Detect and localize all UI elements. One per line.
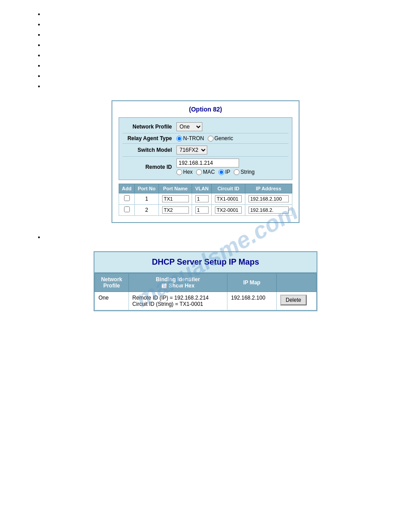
col-add: Add [119,184,135,193]
remote-mac-text: MAC [203,169,215,175]
relay-agent-label: Relay Agent Type [123,135,176,142]
row1-add [119,193,135,205]
bullet-item-3 [45,30,384,40]
relay-ntron-text: N-TRON [183,135,204,142]
remote-hex-text: Hex [183,169,193,175]
dhcp-col-action [277,274,317,292]
option82-title: (Option 82) [119,106,292,113]
network-profile-control: One Two Three [176,122,288,131]
remote-ip-text: IP [225,169,230,175]
switch-model-row: Switch Model 716FX2 508FX 716TX [123,144,288,157]
remote-mac-label[interactable]: MAC [196,169,215,175]
dhcp-col-ip-map: IP Map [227,274,276,292]
row1-vlan [192,193,212,205]
port-table-header-row: Add Port No Port Name VLAN Circuit ID IP… [119,184,292,193]
row2-port-name [158,205,192,216]
network-profile-row: Network Profile One Two Three [123,120,288,133]
option82-form: Network Profile One Two Three Relay Agen… [119,117,292,180]
bullet-item-4 [45,40,384,50]
show-hex-checkbox[interactable] [161,283,167,289]
network-profile-select[interactable]: One Two Three [176,122,202,131]
remote-hex-radio[interactable] [176,169,182,175]
remote-id-type-group: Hex MAC IP [176,169,288,175]
row1-ip-input[interactable] [248,195,289,202]
table-row: 1 [119,193,292,205]
bullet-item-7 [45,71,384,81]
bullet-item-2 [45,19,384,30]
delete-button[interactable]: Delete [280,295,307,305]
remote-id-block: Hex MAC IP [176,159,288,175]
col-circuit-id: Circuit ID [212,184,245,193]
dhcp-title: DHCP Server Setup IP Maps [94,252,317,273]
top-bullet-list [45,9,384,91]
dhcp-row1-action: Delete [277,292,317,310]
show-hex-text: Show Hex [169,283,194,289]
row1-vlan-input[interactable] [195,195,209,202]
relay-generic-label[interactable]: Generic [208,135,233,142]
middle-bullet-list [45,232,384,242]
remote-id-input[interactable] [176,159,239,167]
row2-ip-address [245,205,292,216]
row2-circuit-id-input[interactable] [215,206,242,214]
dhcp-row1-profile: One [95,292,129,310]
relay-agent-control: N-TRON Generic [176,135,288,142]
relay-agent-radio-group: N-TRON Generic [176,135,288,142]
port-table-wrapper: Add Port No Port Name VLAN Circuit ID IP… [119,184,292,216]
dhcp-table-row: One Remote ID (IP) = 192.168.2.214 Circu… [95,292,317,310]
relay-generic-text: Generic [214,135,233,142]
remote-id-label: Remote ID [123,164,176,170]
row2-ip-input[interactable] [248,206,289,214]
switch-model-select[interactable]: 716FX2 508FX 716TX [176,146,207,154]
relay-generic-radio[interactable] [208,136,214,142]
remote-ip-radio[interactable] [218,169,224,175]
switch-model-label: Switch Model [123,147,176,153]
row2-port-no: 2 [135,205,159,216]
row2-checkbox[interactable] [124,206,130,212]
relay-ntron-label[interactable]: N-TRON [176,135,204,142]
bullet-middle-item [45,232,384,242]
relay-agent-row: Relay Agent Type N-TRON Generic [123,133,288,144]
row1-port-name [158,193,192,205]
dhcp-row1-binding: Remote ID (IP) = 192.168.2.214 Circuit I… [128,292,227,310]
port-table: Add Port No Port Name VLAN Circuit ID IP… [119,184,292,216]
row2-circuit-id [212,205,245,216]
option82-panel: (Option 82) Network Profile One Two Thre… [111,100,300,223]
col-ip-address: IP Address [245,184,292,193]
remote-id-row: Remote ID Hex MAC [123,157,288,177]
remote-string-label[interactable]: String [234,169,254,175]
network-profile-label: Network Profile [123,124,176,130]
remote-hex-label[interactable]: Hex [176,169,193,175]
relay-ntron-radio[interactable] [176,136,182,142]
remote-ip-label[interactable]: IP [218,169,230,175]
col-port-no: Port No [135,184,159,193]
switch-model-control: 716FX2 508FX 716TX [176,146,288,154]
bullet-item-5 [45,50,384,60]
row1-port-no: 1 [135,193,159,205]
row2-port-name-input[interactable] [162,206,189,214]
row2-add [119,205,135,216]
bullet-item-8 [45,81,384,91]
remote-id-control: Hex MAC IP [176,159,288,175]
row2-vlan-input[interactable] [195,206,209,214]
dhcp-row1-ip-map: 192.168.2.100 [227,292,276,310]
remote-mac-radio[interactable] [196,169,202,175]
col-port-name: Port Name [158,184,192,193]
dhcp-header-row: NetworkProfile Binding Identifier Show H… [95,274,317,292]
dhcp-col-network-profile: NetworkProfile [95,274,129,292]
table-row: 2 [119,205,292,216]
remote-string-text: String [240,169,254,175]
bullet-item-1 [45,9,384,19]
col-vlan: VLAN [192,184,212,193]
show-hex-label: Show Hex [133,283,223,289]
row1-circuit-id-input[interactable] [215,195,242,202]
bullet-item-6 [45,60,384,71]
row1-checkbox[interactable] [124,195,130,201]
remote-string-radio[interactable] [234,169,240,175]
dhcp-panel: DHCP Server Setup IP Maps NetworkProfile… [94,251,317,311]
row1-circuit-id [212,193,245,205]
dhcp-col-binding-id: Binding Identifier Show Hex [128,274,227,292]
dhcp-table: NetworkProfile Binding Identifier Show H… [94,273,317,310]
row2-vlan [192,205,212,216]
row1-port-name-input[interactable] [162,195,189,202]
row1-ip-address [245,193,292,205]
